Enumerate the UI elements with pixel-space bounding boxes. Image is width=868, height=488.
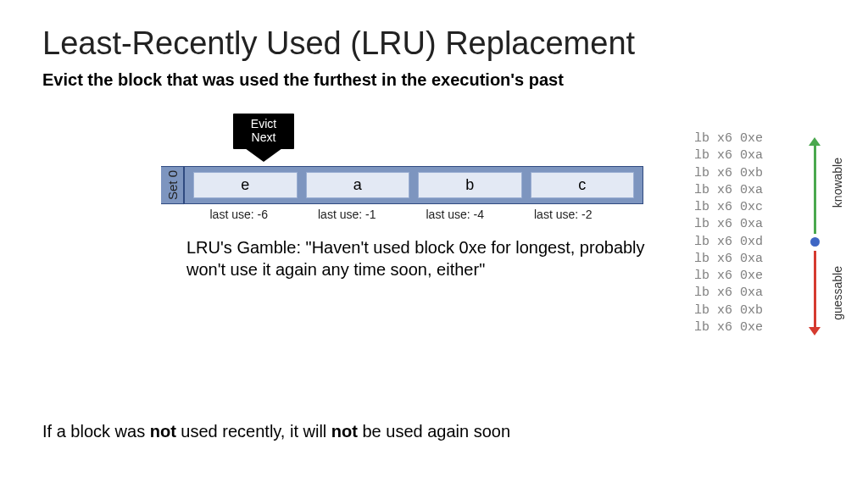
cache-way: e bbox=[193, 172, 298, 198]
slide-title: Least-Recently Used (LRU) Replacement bbox=[42, 25, 826, 62]
lru-gamble-text: LRU's Gamble: "Haven't used block 0xe fo… bbox=[186, 236, 661, 280]
content-row: Evict Next Set 0 e a b c last use: -6 la… bbox=[42, 124, 826, 336]
bottom-statement: If a block was not used recently, it wil… bbox=[42, 422, 510, 441]
timeline-rail: knowable guessable bbox=[807, 132, 827, 336]
evict-arrow-icon bbox=[245, 148, 282, 162]
trace-line: lb x6 0xe bbox=[694, 130, 826, 147]
bottom-bold: not bbox=[150, 422, 176, 441]
last-use-label: last use: -2 bbox=[514, 208, 614, 221]
trace-line: lb x6 0xa bbox=[694, 182, 826, 199]
last-use-label: last use: -6 bbox=[189, 208, 289, 221]
instruction-trace: lb x6 0xe lb x6 0xa lb x6 0xb lb x6 0xa … bbox=[694, 124, 826, 336]
trace-line: lb x6 0xb bbox=[694, 302, 826, 319]
knowable-bar bbox=[814, 144, 816, 234]
bottom-bold: not bbox=[331, 422, 358, 441]
trace-line: lb x6 0xb bbox=[694, 165, 826, 182]
bottom-text: used recently, it will bbox=[176, 422, 331, 441]
cache-way: b bbox=[418, 172, 522, 198]
set-label: Set 0 bbox=[161, 166, 184, 204]
present-dot-icon bbox=[810, 237, 820, 247]
cache-way: a bbox=[306, 172, 410, 198]
evict-line2: Next bbox=[240, 130, 287, 144]
evict-label-box: Evict Next bbox=[233, 114, 294, 149]
cache-way: c bbox=[531, 172, 635, 198]
trace-line: lb x6 0xe bbox=[694, 319, 826, 336]
trace-line: lb x6 0xa bbox=[694, 251, 826, 268]
trace-line: lb x6 0xa bbox=[694, 216, 826, 233]
evict-callout: Evict Next bbox=[233, 114, 294, 163]
cache-set-row: Set 0 e a b c bbox=[161, 166, 694, 204]
trace-line: lb x6 0xa bbox=[694, 285, 826, 302]
cache-ways: e a b c bbox=[184, 166, 643, 204]
bottom-text: If a block was bbox=[42, 422, 150, 441]
trace-line: lb x6 0xa bbox=[694, 147, 826, 164]
evict-line1: Evict bbox=[240, 117, 287, 130]
bottom-text: be used again soon bbox=[358, 422, 510, 441]
guessable-label: guessable bbox=[831, 266, 844, 320]
slide: Least-Recently Used (LRU) Replacement Ev… bbox=[0, 0, 868, 488]
trace-line: lb x6 0xe bbox=[694, 268, 826, 285]
last-use-label: last use: -4 bbox=[405, 208, 505, 221]
last-use-row: last use: -6 last use: -1 last use: -4 l… bbox=[181, 204, 621, 221]
knowable-label: knowable bbox=[831, 158, 844, 208]
arrow-down-icon bbox=[809, 327, 821, 336]
guessable-bar bbox=[814, 251, 816, 329]
cache-diagram: Evict Next Set 0 e a b c last use: -6 la… bbox=[42, 124, 694, 280]
last-use-label: last use: -1 bbox=[298, 208, 398, 221]
trace-line: lb x6 0xc bbox=[694, 199, 826, 216]
trace-list: lb x6 0xe lb x6 0xa lb x6 0xb lb x6 0xa … bbox=[694, 130, 826, 336]
slide-subtitle: Evict the block that was used the furthe… bbox=[42, 70, 826, 90]
trace-line: lb x6 0xd bbox=[694, 234, 826, 251]
